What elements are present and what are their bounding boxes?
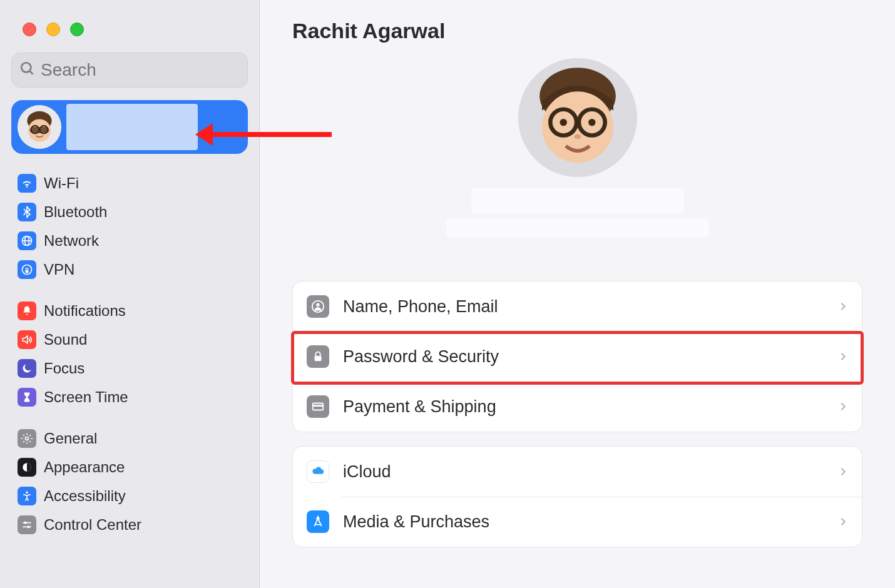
sidebar-item-general[interactable]: General <box>11 424 248 453</box>
page-title: Rachit Agarwal <box>292 19 862 43</box>
sidebar-item-controlcenter[interactable]: Control Center <box>11 510 248 539</box>
row-label: Password & Security <box>343 347 838 367</box>
sidebar-item-sound[interactable]: Sound <box>11 325 248 354</box>
settings-window: Wi-Fi Bluetooth Network VPN Notification… <box>0 0 895 588</box>
globe-icon <box>18 231 36 250</box>
svg-point-0 <box>21 63 31 72</box>
sidebar-item-notifications[interactable]: Notifications <box>11 297 248 325</box>
chevron-right-icon <box>838 517 848 527</box>
accessibility-icon <box>18 487 36 505</box>
chevron-right-icon <box>838 467 848 477</box>
row-label: iCloud <box>343 462 838 482</box>
svg-point-31 <box>316 303 320 307</box>
row-icloud[interactable]: iCloud <box>293 447 862 497</box>
sidebar-item-label: General <box>44 430 97 447</box>
profile-avatar[interactable] <box>518 58 637 177</box>
vpn-icon <box>18 260 36 279</box>
row-label: Media & Purchases <box>343 512 838 532</box>
sidebar-item-label: Bluetooth <box>44 203 107 221</box>
chevron-right-icon <box>838 352 848 362</box>
profile-header <box>292 58 862 237</box>
bell-icon <box>18 302 36 320</box>
svg-point-14 <box>26 437 29 440</box>
account-name-redacted <box>66 104 198 150</box>
sidebar-item-appearance[interactable]: Appearance <box>11 453 248 482</box>
sidebar-group-network: Wi-Fi Bluetooth Network VPN <box>11 169 248 284</box>
svg-point-28 <box>588 119 595 126</box>
settings-group-account: Name, Phone, Email Password & Security P… <box>292 281 862 432</box>
appearance-icon <box>18 458 36 477</box>
sliders-icon <box>18 515 36 534</box>
account-avatar <box>18 105 61 149</box>
svg-point-12 <box>23 265 32 275</box>
window-controls <box>11 0 248 53</box>
sidebar-item-focus[interactable]: Focus <box>11 354 248 383</box>
sidebar-item-bluetooth[interactable]: Bluetooth <box>11 198 248 226</box>
row-label: Payment & Shipping <box>343 397 838 417</box>
chevron-right-icon <box>838 302 848 312</box>
sidebar-item-label: Focus <box>44 360 84 377</box>
search-field[interactable] <box>11 53 248 88</box>
svg-point-18 <box>24 522 26 524</box>
sidebar-item-label: Wi-Fi <box>44 175 79 192</box>
svg-point-16 <box>26 492 28 494</box>
sidebar: Wi-Fi Bluetooth Network VPN Notification… <box>0 0 260 588</box>
sidebar-group-alerts: Notifications Sound Focus Screen Time <box>11 297 248 412</box>
sidebar-item-vpn[interactable]: VPN <box>11 255 248 284</box>
main-content: Rachit Agarwal Name, Phone, Email Passwo… <box>260 0 895 588</box>
profile-email-redacted <box>446 218 709 237</box>
bluetooth-icon <box>18 203 36 221</box>
sidebar-item-network[interactable]: Network <box>11 226 248 255</box>
sidebar-item-label: Accessibility <box>44 487 126 505</box>
profile-name-redacted <box>471 188 684 213</box>
row-password-security[interactable]: Password & Security <box>293 332 862 382</box>
search-input[interactable] <box>41 60 240 80</box>
speaker-icon <box>18 330 36 349</box>
row-label: Name, Phone, Email <box>343 297 838 317</box>
sidebar-item-label: Control Center <box>44 516 141 534</box>
svg-rect-32 <box>315 356 322 361</box>
contact-card-icon <box>307 295 329 318</box>
icloud-icon <box>307 460 329 483</box>
gear-icon <box>18 429 36 448</box>
sidebar-item-wifi[interactable]: Wi-Fi <box>11 169 248 198</box>
svg-point-27 <box>560 119 566 126</box>
sidebar-item-label: Screen Time <box>44 388 128 406</box>
moon-icon <box>18 359 36 378</box>
appstore-icon <box>307 510 329 533</box>
sidebar-item-label: Notifications <box>44 302 126 320</box>
row-media-purchases[interactable]: Media & Purchases <box>293 497 862 547</box>
sidebar-item-screentime[interactable]: Screen Time <box>11 383 248 412</box>
close-button[interactable] <box>23 23 36 36</box>
lock-icon <box>307 345 329 368</box>
sidebar-item-label: Appearance <box>44 459 125 476</box>
svg-point-29 <box>574 134 581 139</box>
sidebar-item-label: Network <box>44 232 99 250</box>
svg-rect-13 <box>26 270 29 273</box>
credit-card-icon <box>307 395 329 418</box>
hourglass-icon <box>18 388 36 407</box>
sidebar-item-label: VPN <box>44 261 74 278</box>
wifi-icon <box>18 174 36 193</box>
sidebar-item-accessibility[interactable]: Accessibility <box>11 482 248 510</box>
row-name-phone-email[interactable]: Name, Phone, Email <box>293 281 862 332</box>
sidebar-item-label: Sound <box>44 331 87 348</box>
minimize-button[interactable] <box>46 23 60 36</box>
row-payment-shipping[interactable]: Payment & Shipping <box>293 382 862 432</box>
svg-rect-34 <box>313 405 324 407</box>
sidebar-account-tile[interactable] <box>11 100 248 154</box>
svg-point-20 <box>27 525 29 528</box>
fullscreen-button[interactable] <box>70 23 84 36</box>
settings-group-services: iCloud Media & Purchases <box>292 446 862 547</box>
chevron-right-icon <box>838 402 848 412</box>
svg-line-1 <box>29 71 33 74</box>
sidebar-group-system: General Appearance Accessibility Control… <box>11 424 248 539</box>
search-icon <box>19 61 36 79</box>
